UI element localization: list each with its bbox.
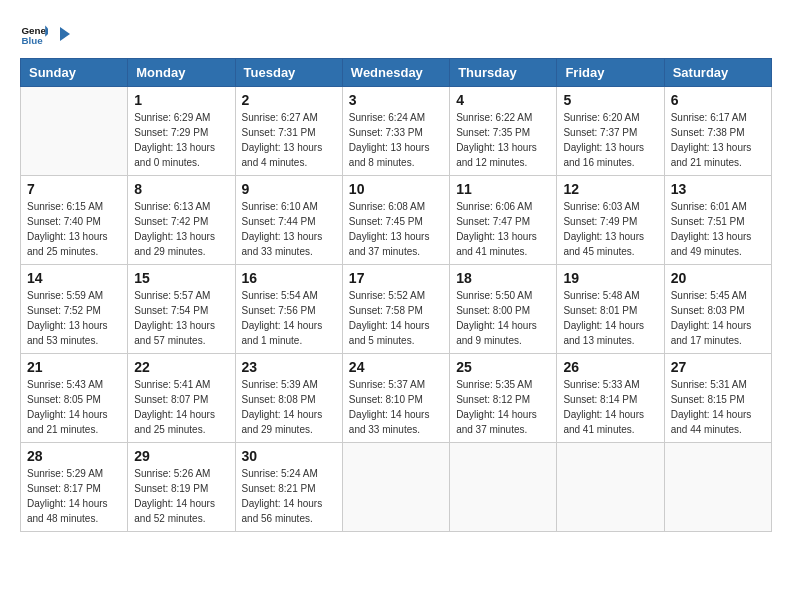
calendar-day-cell: 20Sunrise: 5:45 AM Sunset: 8:03 PM Dayli…	[664, 265, 771, 354]
day-number: 19	[563, 270, 657, 286]
day-info: Sunrise: 5:35 AM Sunset: 8:12 PM Dayligh…	[456, 377, 550, 437]
day-info: Sunrise: 6:24 AM Sunset: 7:33 PM Dayligh…	[349, 110, 443, 170]
day-info: Sunrise: 6:27 AM Sunset: 7:31 PM Dayligh…	[242, 110, 336, 170]
svg-marker-3	[60, 27, 70, 41]
day-number: 17	[349, 270, 443, 286]
calendar-day-cell: 22Sunrise: 5:41 AM Sunset: 8:07 PM Dayli…	[128, 354, 235, 443]
day-number: 27	[671, 359, 765, 375]
day-number: 13	[671, 181, 765, 197]
day-info: Sunrise: 5:48 AM Sunset: 8:01 PM Dayligh…	[563, 288, 657, 348]
day-info: Sunrise: 5:54 AM Sunset: 7:56 PM Dayligh…	[242, 288, 336, 348]
day-info: Sunrise: 6:22 AM Sunset: 7:35 PM Dayligh…	[456, 110, 550, 170]
calendar-day-cell	[450, 443, 557, 532]
svg-text:Blue: Blue	[21, 35, 43, 46]
calendar-day-cell: 2Sunrise: 6:27 AM Sunset: 7:31 PM Daylig…	[235, 87, 342, 176]
day-number: 3	[349, 92, 443, 108]
calendar-day-cell: 3Sunrise: 6:24 AM Sunset: 7:33 PM Daylig…	[342, 87, 449, 176]
day-number: 29	[134, 448, 228, 464]
calendar-table: SundayMondayTuesdayWednesdayThursdayFrid…	[20, 58, 772, 532]
day-number: 28	[27, 448, 121, 464]
calendar-day-cell: 28Sunrise: 5:29 AM Sunset: 8:17 PM Dayli…	[21, 443, 128, 532]
calendar-day-cell: 18Sunrise: 5:50 AM Sunset: 8:00 PM Dayli…	[450, 265, 557, 354]
day-info: Sunrise: 5:31 AM Sunset: 8:15 PM Dayligh…	[671, 377, 765, 437]
day-number: 12	[563, 181, 657, 197]
weekday-header: Tuesday	[235, 59, 342, 87]
calendar-day-cell	[342, 443, 449, 532]
day-number: 26	[563, 359, 657, 375]
day-number: 20	[671, 270, 765, 286]
day-info: Sunrise: 5:43 AM Sunset: 8:05 PM Dayligh…	[27, 377, 121, 437]
day-info: Sunrise: 5:45 AM Sunset: 8:03 PM Dayligh…	[671, 288, 765, 348]
day-info: Sunrise: 6:29 AM Sunset: 7:29 PM Dayligh…	[134, 110, 228, 170]
day-info: Sunrise: 6:06 AM Sunset: 7:47 PM Dayligh…	[456, 199, 550, 259]
day-info: Sunrise: 6:20 AM Sunset: 7:37 PM Dayligh…	[563, 110, 657, 170]
weekday-header: Friday	[557, 59, 664, 87]
day-info: Sunrise: 6:15 AM Sunset: 7:40 PM Dayligh…	[27, 199, 121, 259]
calendar-day-cell: 5Sunrise: 6:20 AM Sunset: 7:37 PM Daylig…	[557, 87, 664, 176]
calendar-day-cell	[664, 443, 771, 532]
day-number: 15	[134, 270, 228, 286]
day-number: 30	[242, 448, 336, 464]
day-number: 8	[134, 181, 228, 197]
calendar-week-row: 21Sunrise: 5:43 AM Sunset: 8:05 PM Dayli…	[21, 354, 772, 443]
calendar-day-cell: 7Sunrise: 6:15 AM Sunset: 7:40 PM Daylig…	[21, 176, 128, 265]
day-info: Sunrise: 5:26 AM Sunset: 8:19 PM Dayligh…	[134, 466, 228, 526]
day-info: Sunrise: 6:08 AM Sunset: 7:45 PM Dayligh…	[349, 199, 443, 259]
calendar-day-cell: 11Sunrise: 6:06 AM Sunset: 7:47 PM Dayli…	[450, 176, 557, 265]
calendar-day-cell: 6Sunrise: 6:17 AM Sunset: 7:38 PM Daylig…	[664, 87, 771, 176]
day-info: Sunrise: 5:50 AM Sunset: 8:00 PM Dayligh…	[456, 288, 550, 348]
calendar-day-cell: 25Sunrise: 5:35 AM Sunset: 8:12 PM Dayli…	[450, 354, 557, 443]
calendar-day-cell: 14Sunrise: 5:59 AM Sunset: 7:52 PM Dayli…	[21, 265, 128, 354]
calendar-day-cell: 23Sunrise: 5:39 AM Sunset: 8:08 PM Dayli…	[235, 354, 342, 443]
day-number: 25	[456, 359, 550, 375]
calendar-day-cell: 19Sunrise: 5:48 AM Sunset: 8:01 PM Dayli…	[557, 265, 664, 354]
day-number: 18	[456, 270, 550, 286]
day-number: 22	[134, 359, 228, 375]
day-info: Sunrise: 6:13 AM Sunset: 7:42 PM Dayligh…	[134, 199, 228, 259]
calendar-week-row: 1Sunrise: 6:29 AM Sunset: 7:29 PM Daylig…	[21, 87, 772, 176]
calendar-day-cell: 8Sunrise: 6:13 AM Sunset: 7:42 PM Daylig…	[128, 176, 235, 265]
calendar-day-cell: 15Sunrise: 5:57 AM Sunset: 7:54 PM Dayli…	[128, 265, 235, 354]
weekday-header: Sunday	[21, 59, 128, 87]
logo-icon: General Blue	[20, 20, 48, 48]
day-number: 6	[671, 92, 765, 108]
day-info: Sunrise: 6:10 AM Sunset: 7:44 PM Dayligh…	[242, 199, 336, 259]
day-number: 7	[27, 181, 121, 197]
day-number: 2	[242, 92, 336, 108]
page-header: General Blue	[20, 20, 772, 48]
calendar-day-cell: 17Sunrise: 5:52 AM Sunset: 7:58 PM Dayli…	[342, 265, 449, 354]
calendar-day-cell: 29Sunrise: 5:26 AM Sunset: 8:19 PM Dayli…	[128, 443, 235, 532]
day-number: 14	[27, 270, 121, 286]
calendar-day-cell: 21Sunrise: 5:43 AM Sunset: 8:05 PM Dayli…	[21, 354, 128, 443]
calendar-day-cell: 13Sunrise: 6:01 AM Sunset: 7:51 PM Dayli…	[664, 176, 771, 265]
calendar-week-row: 7Sunrise: 6:15 AM Sunset: 7:40 PM Daylig…	[21, 176, 772, 265]
calendar-day-cell: 26Sunrise: 5:33 AM Sunset: 8:14 PM Dayli…	[557, 354, 664, 443]
calendar-day-cell: 24Sunrise: 5:37 AM Sunset: 8:10 PM Dayli…	[342, 354, 449, 443]
day-info: Sunrise: 5:33 AM Sunset: 8:14 PM Dayligh…	[563, 377, 657, 437]
weekday-header: Wednesday	[342, 59, 449, 87]
day-number: 23	[242, 359, 336, 375]
day-number: 1	[134, 92, 228, 108]
calendar-day-cell: 16Sunrise: 5:54 AM Sunset: 7:56 PM Dayli…	[235, 265, 342, 354]
day-number: 21	[27, 359, 121, 375]
day-info: Sunrise: 5:24 AM Sunset: 8:21 PM Dayligh…	[242, 466, 336, 526]
weekday-header: Thursday	[450, 59, 557, 87]
day-number: 16	[242, 270, 336, 286]
calendar-day-cell: 1Sunrise: 6:29 AM Sunset: 7:29 PM Daylig…	[128, 87, 235, 176]
day-info: Sunrise: 6:01 AM Sunset: 7:51 PM Dayligh…	[671, 199, 765, 259]
day-info: Sunrise: 5:41 AM Sunset: 8:07 PM Dayligh…	[134, 377, 228, 437]
calendar-day-cell: 9Sunrise: 6:10 AM Sunset: 7:44 PM Daylig…	[235, 176, 342, 265]
logo-arrow-icon	[54, 25, 72, 43]
day-number: 24	[349, 359, 443, 375]
calendar-day-cell: 10Sunrise: 6:08 AM Sunset: 7:45 PM Dayli…	[342, 176, 449, 265]
day-info: Sunrise: 5:57 AM Sunset: 7:54 PM Dayligh…	[134, 288, 228, 348]
day-info: Sunrise: 5:52 AM Sunset: 7:58 PM Dayligh…	[349, 288, 443, 348]
logo: General Blue	[20, 20, 72, 48]
weekday-header-row: SundayMondayTuesdayWednesdayThursdayFrid…	[21, 59, 772, 87]
day-info: Sunrise: 6:03 AM Sunset: 7:49 PM Dayligh…	[563, 199, 657, 259]
calendar-day-cell: 30Sunrise: 5:24 AM Sunset: 8:21 PM Dayli…	[235, 443, 342, 532]
day-number: 4	[456, 92, 550, 108]
calendar-day-cell	[557, 443, 664, 532]
day-number: 11	[456, 181, 550, 197]
calendar-day-cell	[21, 87, 128, 176]
